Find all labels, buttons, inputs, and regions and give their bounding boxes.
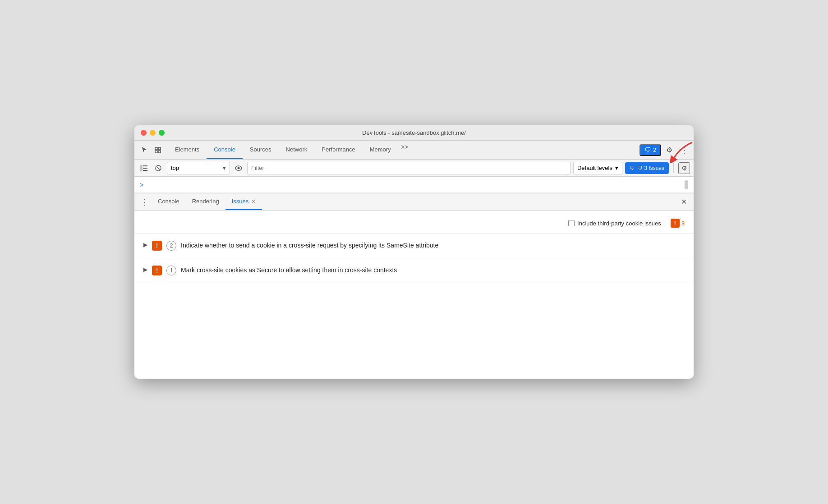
issue-row-2[interactable]: ▶ ! 1 Mark cross-site cookies as Secure … [134,258,694,283]
maximize-button[interactable] [159,130,165,136]
svg-rect-5 [140,165,143,171]
svg-rect-2 [155,151,157,153]
drawer-tab-issues[interactable]: Issues ✕ [225,193,262,210]
layers-icon[interactable] [152,144,164,156]
issues-count-button[interactable]: 🗨 🗨 3 Issues [625,162,669,174]
tab-performance[interactable]: Performance [314,141,362,159]
tab-elements[interactable]: Elements [168,141,207,159]
issue-count-1: 2 [166,241,176,251]
issues-count: 2 [653,147,656,153]
issues-tab-close-icon[interactable]: ✕ [251,198,256,205]
third-party-label: Include third-party cookie issues [577,220,661,227]
tab-console[interactable]: Console [207,141,243,159]
svg-point-12 [238,167,240,169]
cursor-icon[interactable] [138,144,151,156]
svg-rect-3 [158,151,161,153]
divider [673,163,674,173]
eye-icon[interactable] [233,162,244,174]
issue-text-1: Indicate whether to send a cookie in a c… [181,241,438,250]
issues-badge-button[interactable]: 🗨 2 [639,144,661,156]
issue-warn-icon-2: ! [152,266,162,275]
main-tab-list: Elements Console Sources Network Perform… [168,141,639,159]
main-toolbar: Elements Console Sources Network Perform… [134,141,694,160]
minimize-button[interactable] [150,130,156,136]
drawer-close-button[interactable]: ✕ [677,196,690,208]
issue-text-2: Mark cross-site cookies as Secure to all… [181,266,397,275]
issues-btn-label: 🗨 3 Issues [637,165,664,171]
expand-icon-2[interactable]: ▶ [143,266,147,273]
kebab-menu-icon[interactable]: ⋮ [677,144,690,156]
issue-count-2: 1 [166,266,176,275]
console-settings-icon[interactable]: ⚙ [678,162,690,174]
drawer-tab-bar: ⋮ Console Rendering Issues ✕ ✕ [134,193,694,211]
issue-warn-icon-1: ! [152,241,162,251]
warn-icon: ! [671,219,680,228]
sidebar-toggle-icon[interactable] [138,162,150,174]
expand-icon-1[interactable]: ▶ [143,242,147,248]
close-button[interactable] [141,130,147,136]
console-toolbar: top ▾ Default levels ▾ 🗨 🗨 3 Issues ⚙ [134,160,694,177]
svg-rect-7 [143,168,147,169]
clear-console-icon[interactable] [152,162,164,174]
third-party-checkbox[interactable] [568,220,575,226]
window-title: DevTools - samesite-sandbox.glitch.me/ [362,129,466,136]
issues-icon: 🗨 [644,147,651,154]
scrollbar [685,180,688,189]
svg-rect-1 [158,147,161,150]
empty-issues-area [134,283,694,373]
toolbar-icons [138,144,164,156]
levels-chevron-icon: ▾ [615,165,618,171]
tab-sources[interactable]: Sources [243,141,279,159]
svg-rect-8 [143,170,147,171]
console-prompt-area: > [134,177,694,193]
issue-row-1[interactable]: ▶ ! 2 Indicate whether to send a cookie … [134,234,694,258]
issues-btn-icon: 🗨 [630,165,635,171]
drawer: ⋮ Console Rendering Issues ✕ ✕ Include t… [134,193,694,379]
settings-gear-icon[interactable]: ⚙ [663,144,676,156]
tab-network[interactable]: Network [279,141,315,159]
svg-rect-6 [143,165,147,166]
third-party-checkbox-label[interactable]: Include third-party cookie issues [568,220,661,227]
more-tabs-button[interactable]: >> [398,141,411,153]
chevron-down-icon: ▾ [223,165,226,171]
svg-rect-0 [155,147,157,150]
drawer-tab-rendering[interactable]: Rendering [186,193,225,210]
tab-memory[interactable]: Memory [363,141,398,159]
traffic-lights [141,130,165,136]
total-count: 3 [681,220,685,227]
levels-label: Default levels [577,165,612,171]
svg-line-10 [157,167,160,170]
context-label: top [171,165,179,171]
issues-panel: Include third-party cookie issues ! 3 ▶ … [134,211,694,379]
drawer-more-icon[interactable]: ⋮ [138,195,152,209]
filter-input[interactable] [247,162,570,174]
drawer-tab-console[interactable]: Console [152,193,186,210]
prompt-chevron-icon: > [140,181,143,188]
issues-total-count: ! 3 [671,219,685,228]
header-divider [666,219,666,227]
titlebar: DevTools - samesite-sandbox.glitch.me/ [134,125,694,141]
devtools-window: DevTools - samesite-sandbox.glitch.me/ E [134,125,694,379]
context-selector[interactable]: top ▾ [167,162,230,174]
levels-selector[interactable]: Default levels ▾ [573,162,622,174]
toolbar-right: 🗨 2 ⚙ ⋮ [639,144,690,156]
issues-header: Include third-party cookie issues ! 3 [134,216,694,234]
